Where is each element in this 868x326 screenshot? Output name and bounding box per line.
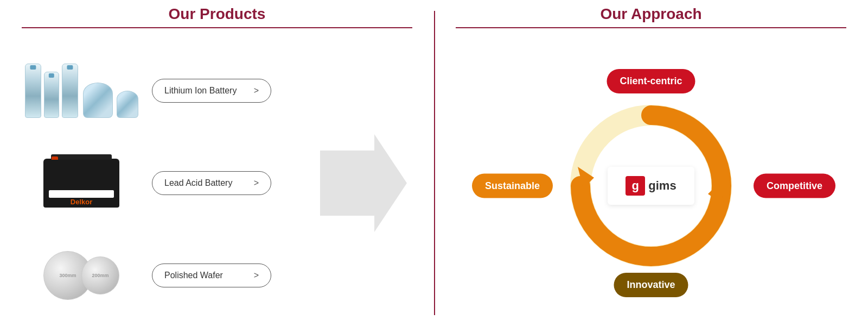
li-cylinder-large bbox=[83, 83, 113, 118]
lead-battery-strip bbox=[49, 190, 114, 198]
client-centric-label: Client-centric bbox=[607, 69, 695, 93]
lead-button-label: Lead Acid Battery bbox=[164, 178, 232, 188]
wafer-group: 300mm 200mm bbox=[43, 251, 119, 300]
images-column: Delkor 300mm 200mm bbox=[22, 39, 141, 326]
big-arrow-col bbox=[315, 39, 412, 326]
approach-diagram: g gims Client-centric Sustainable Compet… bbox=[456, 39, 846, 326]
products-layout: Delkor 300mm 200mm Lithium Ion Battery bbox=[22, 39, 412, 326]
li-tube-1 bbox=[25, 64, 41, 118]
gims-g-icon: g bbox=[626, 176, 645, 196]
lithium-button-label: Lithium Ion Battery bbox=[164, 86, 237, 96]
gims-text: gims bbox=[648, 179, 676, 193]
right-panel: Our Approach g gims Client-centric Sus bbox=[434, 0, 868, 326]
li-cylinder-small bbox=[117, 91, 138, 118]
wafer-image: 300mm 200mm bbox=[38, 246, 125, 305]
lead-button-arrow: > bbox=[254, 178, 259, 188]
sustainable-label: Sustainable bbox=[472, 174, 553, 198]
li-tube-3 bbox=[62, 64, 78, 118]
lead-battery-body: Delkor bbox=[43, 159, 119, 208]
left-divider bbox=[22, 27, 412, 28]
big-arrow-svg bbox=[320, 129, 407, 237]
lithium-battery-image bbox=[35, 61, 127, 121]
lead-battery-brand: Delkor bbox=[71, 198, 92, 205]
lithium-battery-button[interactable]: Lithium Ion Battery > bbox=[152, 79, 271, 103]
buttons-column: Lithium Ion Battery > Lead Acid Battery … bbox=[141, 39, 315, 326]
gims-logo: g gims bbox=[608, 167, 694, 205]
left-section-title: Our Products bbox=[22, 0, 412, 27]
lead-battery-image: Delkor bbox=[38, 153, 125, 213]
wafer-button-arrow: > bbox=[254, 271, 259, 280]
wafer-button[interactable]: Polished Wafer > bbox=[152, 264, 271, 287]
left-panel: Our Products Delkor bbox=[0, 0, 434, 326]
right-section-title: Our Approach bbox=[456, 0, 846, 27]
li-tube-2 bbox=[44, 72, 59, 118]
lead-battery-button[interactable]: Lead Acid Battery > bbox=[152, 171, 271, 195]
wafer-button-label: Polished Wafer bbox=[164, 271, 223, 280]
competitive-label: Competitive bbox=[754, 174, 835, 198]
innovative-label: Innovative bbox=[614, 273, 688, 297]
right-divider bbox=[456, 27, 846, 28]
wafer-small: 200mm bbox=[81, 256, 119, 294]
lithium-button-arrow: > bbox=[254, 86, 259, 96]
svg-marker-0 bbox=[320, 134, 407, 232]
